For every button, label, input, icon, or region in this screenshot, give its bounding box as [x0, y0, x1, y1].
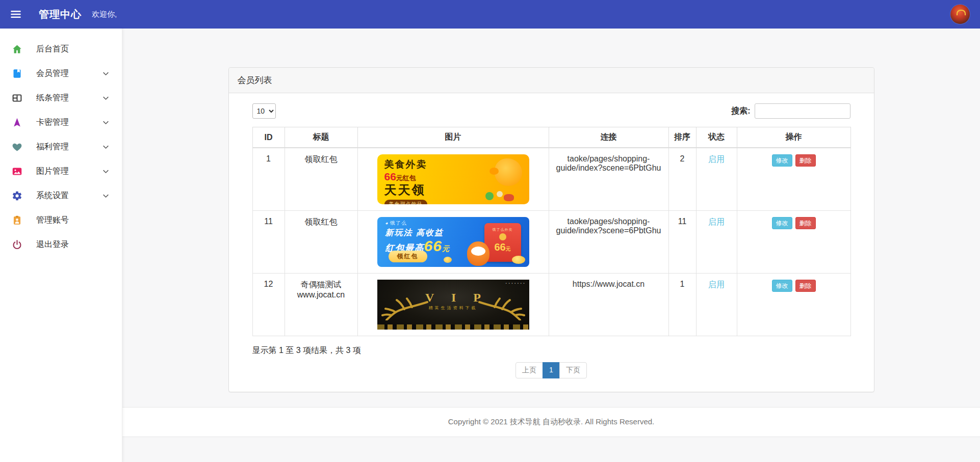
copyright-text: Copyright © 2021 技术导航 自动秒收录. All Rights … — [448, 417, 655, 427]
search-input[interactable] — [755, 103, 850, 119]
column-header-image[interactable]: 图片 — [357, 127, 549, 148]
account-badge-icon — [11, 214, 22, 226]
pagination-prev-button[interactable]: 上页 — [515, 362, 543, 378]
notes-window-icon — [11, 92, 22, 103]
cell-image: 饿了么 新玩法 高收益 红包最高66元 领红包 饿了么外卖 66元 — [357, 211, 549, 274]
antler-graphic — [381, 297, 428, 320]
cell-id: 1 — [252, 148, 285, 211]
pagination-page-1-button[interactable]: 1 — [543, 362, 560, 378]
hamburger-menu-icon[interactable] — [8, 7, 23, 22]
banner-button: 领红包 — [389, 251, 427, 262]
sidebar-item-label: 退出登录 — [36, 239, 69, 250]
cell-image: ▪ ▪ ▪ ▪ ▪ ▪ ▪ V I P 精英生活资料下载 — [357, 274, 549, 336]
cell-id: 12 — [252, 274, 285, 336]
edit-button[interactable]: 修改 — [772, 280, 792, 292]
sidebar-item-label: 纸条管理 — [36, 93, 69, 103]
top-header: 管理中心 欢迎你, — [0, 0, 980, 29]
settings-gear-icon — [11, 190, 22, 201]
chevron-down-icon — [102, 143, 110, 153]
cell-order: 1 — [668, 274, 696, 336]
chevron-down-icon — [102, 94, 110, 104]
delete-button[interactable]: 删除 — [795, 280, 816, 292]
sidebar-item-label: 管理账号 — [36, 215, 69, 226]
sidebar-item-welfare[interactable]: 福利管理 — [0, 134, 122, 159]
gold-ornament-border — [377, 324, 529, 330]
delete-button[interactable]: 删除 — [795, 217, 816, 229]
chevron-down-icon — [102, 70, 110, 79]
page-footer: Copyright © 2021 技术导航 自动秒收录. All Rights … — [122, 407, 980, 437]
status-toggle-link[interactable]: 启用 — [708, 218, 725, 226]
main-content: 会员列表 10 搜索: — [122, 29, 980, 462]
cell-title: 领取红包 — [285, 148, 357, 211]
vip-black-banner-image: ▪ ▪ ▪ ▪ ▪ ▪ ▪ V I P 精英生活资料下载 — [377, 280, 529, 330]
column-header-status[interactable]: 状态 — [696, 127, 737, 148]
column-header-link[interactable]: 连接 — [549, 127, 668, 148]
column-header-title[interactable]: 标题 — [285, 127, 357, 148]
status-toggle-link[interactable]: 启用 — [708, 280, 725, 289]
table-info-text: 显示第 1 至 3 项结果，共 3 项 — [252, 345, 850, 356]
cell-actions: 修改删除 — [737, 211, 850, 274]
cell-title: 奇偶猫测试 www.jocat.cn — [285, 274, 357, 336]
welfare-heart-icon — [11, 141, 22, 152]
sidebar-item-dashboard[interactable]: 后台首页 — [0, 37, 122, 61]
chevron-down-icon — [102, 119, 110, 128]
sidebar-item-logout[interactable]: 退出登录 — [0, 232, 122, 257]
app-title: 管理中心 — [39, 8, 82, 21]
sidebar-item-notes[interactable]: 纸条管理 — [0, 86, 122, 110]
blue-redpacket-banner-image: 饿了么 新玩法 高收益 红包最高66元 领红包 饿了么外卖 66元 — [377, 217, 529, 267]
cell-order: 2 — [668, 148, 696, 211]
chevron-down-icon — [102, 192, 110, 202]
cell-actions: 修改删除 — [737, 148, 850, 211]
antler-graphic — [478, 297, 525, 320]
sidebar-item-label: 卡密管理 — [36, 117, 69, 128]
search-label: 搜索: — [731, 106, 750, 117]
edit-button[interactable]: 修改 — [772, 154, 792, 167]
home-icon — [11, 43, 22, 55]
sidebar-item-label: 图片管理 — [36, 166, 69, 177]
food-redpacket-banner-image: 美食外卖 66元红包 天天领 美食甜点饮品 — [377, 154, 529, 204]
table-row: 11 领取红包 饿了么 新玩法 高收益 红包最高66元 领红包 — [252, 211, 850, 274]
mascot-graphic — [495, 158, 522, 186]
pagination: 上页 1 下页 — [252, 362, 850, 378]
cell-link: taoke/pages/shopping-guide/index?scene=6… — [549, 211, 668, 274]
table-header-row: ID 标题 图片 连接 排序 状态 操作 — [252, 127, 850, 148]
members-book-icon — [11, 68, 22, 79]
cell-order: 11 — [668, 211, 696, 274]
sidebar-item-cardkeys[interactable]: 卡密管理 — [0, 110, 122, 134]
tiger-mascot-graphic — [467, 241, 489, 266]
logout-power-icon — [11, 239, 22, 250]
sidebar-item-label: 会员管理 — [36, 68, 69, 79]
sidebar: 后台首页 会员管理 纸条管理 卡密管理 — [0, 29, 122, 462]
cell-actions: 修改删除 — [737, 274, 850, 336]
welcome-text: 欢迎你, — [92, 10, 117, 19]
cell-link: taoke/pages/shopping-guide/index?scene=6… — [549, 148, 668, 211]
member-table: ID 标题 图片 连接 排序 状态 操作 1 — [252, 127, 851, 336]
member-list-card: 会员列表 10 搜索: — [228, 67, 874, 392]
column-header-actions[interactable]: 操作 — [737, 127, 850, 148]
chevron-down-icon — [102, 168, 110, 177]
cell-id: 11 — [252, 211, 285, 274]
sidebar-item-members[interactable]: 会员管理 — [0, 61, 122, 86]
table-row: 12 奇偶猫测试 www.jocat.cn ▪ ▪ ▪ ▪ ▪ ▪ ▪ — [252, 274, 850, 336]
images-picture-icon — [11, 166, 22, 177]
user-avatar[interactable] — [950, 5, 970, 24]
pagination-next-button[interactable]: 下页 — [559, 362, 587, 378]
delete-button[interactable]: 删除 — [795, 154, 816, 167]
cell-image: 美食外卖 66元红包 天天领 美食甜点饮品 — [357, 148, 549, 211]
status-toggle-link[interactable]: 启用 — [708, 155, 725, 164]
sidebar-item-account[interactable]: 管理账号 — [0, 208, 122, 232]
column-header-order[interactable]: 排序 — [668, 127, 696, 148]
page-size-select[interactable]: 10 — [252, 103, 276, 119]
cell-title-subtitle: www.jocat.cn — [289, 290, 353, 300]
card-key-arrow-icon — [11, 117, 22, 128]
sidebar-item-images[interactable]: 图片管理 — [0, 159, 122, 183]
cell-link: https://www.jocat.cn — [549, 274, 668, 336]
table-row: 1 领取红包 美食外卖 66元红包 天天领 美食甜点饮品 — [252, 148, 850, 211]
sidebar-item-settings[interactable]: 系统设置 — [0, 183, 122, 208]
sidebar-item-label: 系统设置 — [36, 191, 69, 201]
sidebar-item-label: 福利管理 — [36, 142, 69, 152]
edit-button[interactable]: 修改 — [772, 217, 792, 229]
card-title: 会员列表 — [229, 68, 874, 93]
cell-title: 领取红包 — [285, 211, 357, 274]
column-header-id[interactable]: ID — [252, 127, 285, 148]
